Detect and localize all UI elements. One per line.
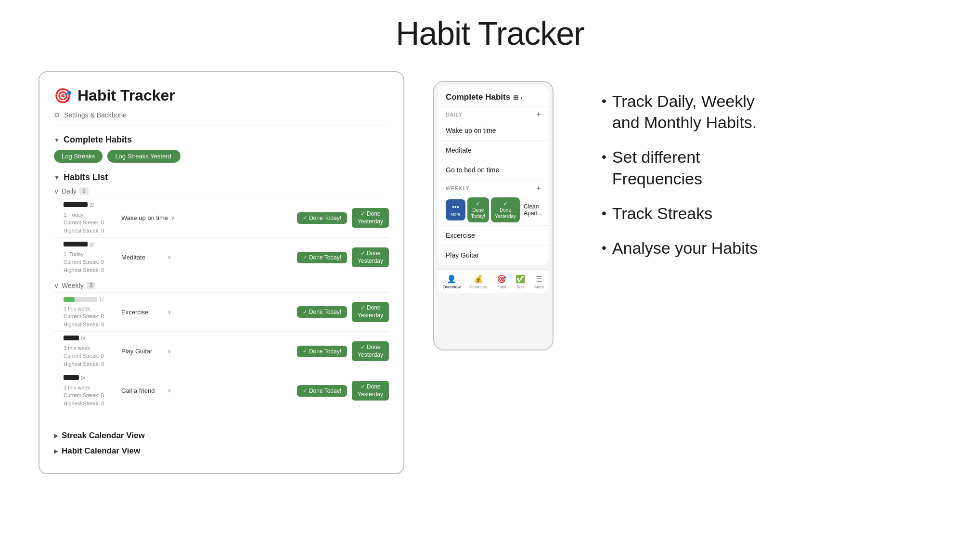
mobile-habit-excercise[interactable]: Excercise: [438, 226, 549, 246]
mobile-nav: 👤 Overview 💰 Finances 🎯 Habit ✅ Task ☰ M…: [438, 269, 549, 293]
feature-analyse-text: Analyse your Habits: [612, 237, 758, 259]
feature-track: • Track Daily, Weeklyand Monthly Habits.: [602, 91, 758, 133]
done-yesterday-wakeup[interactable]: ✓ DoneYesterday: [352, 208, 389, 228]
overview-icon: 👤: [447, 274, 456, 284]
complete-habits-header: ▼ Complete Habits: [54, 135, 389, 145]
daily-label: Daily: [62, 187, 77, 195]
plus-icon[interactable]: +: [536, 110, 541, 119]
dropdown-icon-4[interactable]: ∨: [168, 348, 171, 354]
habits-list-title: Habits List: [64, 172, 108, 182]
log-streaks-yesterday-button[interactable]: Log Streaks Yesterd.: [107, 150, 181, 163]
gear-icon: ⚙: [54, 111, 60, 119]
daily-count: 2: [79, 187, 89, 195]
feature-freq: • Set differentFrequencies: [602, 146, 758, 189]
mobile-habit-meditate[interactable]: Meditate: [438, 141, 549, 160]
nav-habit[interactable]: 🎯 Habit: [496, 274, 506, 289]
done-yesterday-call[interactable]: ✓ DoneYesterday: [352, 381, 389, 401]
habit-icon: 🎯: [497, 274, 506, 284]
log-streaks-button[interactable]: Log Streaks: [54, 150, 103, 163]
weekly-count: 3: [87, 282, 96, 289]
habit-row-call: 0/ 3 this week Current Streak: 0 Highest…: [54, 371, 389, 410]
triangle-right-icon: ▶: [54, 433, 58, 439]
mobile-title: Complete Habits ⊞ ›: [446, 92, 541, 102]
done-yesterday-excercise[interactable]: ✓ DoneYesterday: [352, 302, 389, 322]
feature-streaks: • Track Streaks: [602, 203, 758, 224]
done-yesterday-meditate[interactable]: ✓ DoneYesterday: [352, 247, 389, 267]
done-today-wakeup[interactable]: ✓ Done Today!: [297, 212, 347, 224]
dropdown-icon-2[interactable]: ∨: [168, 254, 171, 260]
mobile-habit-clean: Clean Apart...: [524, 203, 542, 217]
mobile-daily-label: DAILY +: [438, 106, 549, 121]
chevron-down-icon: ∨: [54, 187, 59, 195]
feature-analyse: • Analyse your Habits: [602, 237, 758, 259]
feature-track-text: Track Daily, Weeklyand Monthly Habits.: [612, 91, 757, 133]
bullet-icon: •: [602, 92, 606, 110]
done-today-guitar[interactable]: ✓ Done Today!: [297, 346, 347, 357]
daily-group-header: ∨ Daily 2: [54, 187, 389, 195]
mobile-habit-wake[interactable]: Wake up on time: [438, 121, 549, 141]
settings-row[interactable]: ⚙ Settings & Backbone: [54, 111, 389, 126]
task-icon: ✅: [516, 274, 525, 284]
habit-name-guitar: Play Guitar: [121, 348, 165, 355]
habit-calendar-section[interactable]: ▶ Habit Calendar View: [54, 446, 389, 456]
dropdown-icon-3[interactable]: ∨: [168, 309, 171, 315]
habit-stats-call: 0/ 3 this week Current Streak: 0 Highest…: [64, 374, 116, 407]
done-today-excercise[interactable]: ✓ Done Today!: [297, 306, 347, 318]
done-today-call[interactable]: ✓ Done Today!: [297, 385, 347, 397]
mobile-top-bar: Complete Habits ⊞ ›: [438, 86, 549, 106]
mobile-content: Complete Habits ⊞ › DAILY + Wake up on t…: [438, 86, 549, 265]
page-title: Habit Tracker: [396, 14, 584, 52]
mobile-more-button[interactable]: ••• More: [446, 199, 465, 220]
streak-buttons: Log Streaks Log Streaks Yesterd.: [54, 150, 389, 163]
streak-calendar-section[interactable]: ▶ Streak Calendar View: [54, 431, 389, 440]
nav-finances[interactable]: 💰 Finances: [470, 274, 488, 289]
habit-calendar-label: Habit Calendar View: [62, 446, 140, 456]
streak-calendar-label: Streak Calendar View: [62, 431, 145, 440]
dropdown-icon[interactable]: ∨: [171, 215, 175, 221]
mobile-weekly-label: WEEKLY +: [438, 180, 549, 194]
notion-title: Habit Tracker: [77, 87, 175, 104]
habit-row-wake-up: 0/ 1 Today Current Streak: 0 Highest Str…: [54, 198, 389, 237]
done-yesterday-guitar[interactable]: ✓ DoneYesterday: [352, 341, 389, 361]
habit-stats-wakeup: 0/ 1 Today Current Streak: 0 Highest Str…: [64, 201, 116, 234]
mobile-panel: Complete Habits ⊞ › DAILY + Wake up on t…: [433, 81, 554, 350]
feature-freq-text: Set differentFrequencies: [612, 146, 702, 189]
nav-more[interactable]: ☰ More: [534, 274, 544, 289]
habit-name-excercise: Excercise: [121, 309, 165, 316]
triangle-down-icon-2: ▼: [54, 174, 60, 181]
notion-header: 🎯 Habit Tracker: [54, 87, 389, 104]
finances-icon: 💰: [474, 274, 483, 284]
habit-stats-meditate: 0/ 1 Today Current Streak: 0 Highest Str…: [64, 241, 116, 274]
habit-stats-excercise: 1/ 3 this week Current Streak: 0 Highest…: [64, 296, 116, 328]
triangle-down-icon: ▼: [54, 137, 60, 143]
mobile-done-yesterday-button[interactable]: ✓ Done Yesterday: [491, 197, 520, 222]
notion-panel: 🎯 Habit Tracker ⚙ Settings & Backbone ▼ …: [39, 71, 404, 474]
weekly-group-header: ∨ Weekly 3: [54, 282, 389, 289]
weekly-label: Weekly: [62, 282, 84, 289]
habit-row-meditate: 0/ 1 Today Current Streak: 0 Highest Str…: [54, 237, 389, 277]
mobile-done-today-button[interactable]: ✓ Done Today!: [467, 197, 489, 222]
notion-icon: 🎯: [54, 87, 72, 104]
complete-habits-title: Complete Habits: [64, 135, 132, 145]
grid-icon: ⊞ ›: [513, 94, 522, 101]
done-today-meditate[interactable]: ✓ Done Today!: [297, 252, 347, 263]
triangle-right-icon-2: ▶: [54, 448, 58, 454]
plus-icon-weekly[interactable]: +: [536, 184, 541, 193]
nav-overview[interactable]: 👤 Overview: [442, 274, 461, 289]
habit-name-meditate: Meditate: [121, 254, 165, 261]
mobile-weekly-row: ••• More ✓ Done Today! ✓ Done Yesterday …: [438, 194, 549, 226]
habit-stats-guitar: 0/ 3 this week Current Streak: 0 Highest…: [64, 335, 116, 368]
habit-name-call: Call a friend: [121, 387, 165, 394]
features-list: • Track Daily, Weeklyand Monthly Habits.…: [602, 91, 758, 259]
mobile-habit-bed[interactable]: Go to bed on time: [438, 160, 549, 180]
bullet-icon-2: •: [602, 148, 606, 166]
habit-row-excercise: 1/ 3 this week Current Streak: 0 Highest…: [54, 292, 389, 331]
bullet-icon-3: •: [602, 205, 606, 222]
mobile-habit-guitar[interactable]: Play Guitar: [438, 246, 549, 265]
habits-list-section: ▼ Habits List ∨ Daily 2 0/ 1 Today: [54, 172, 389, 410]
habits-list-header: ▼ Habits List: [54, 172, 389, 182]
nav-task[interactable]: ✅ Task: [516, 274, 525, 289]
habit-row-guitar: 0/ 3 this week Current Streak: 0 Highest…: [54, 331, 389, 371]
feature-streaks-text: Track Streaks: [612, 203, 712, 224]
dropdown-icon-5[interactable]: ∨: [168, 388, 171, 394]
